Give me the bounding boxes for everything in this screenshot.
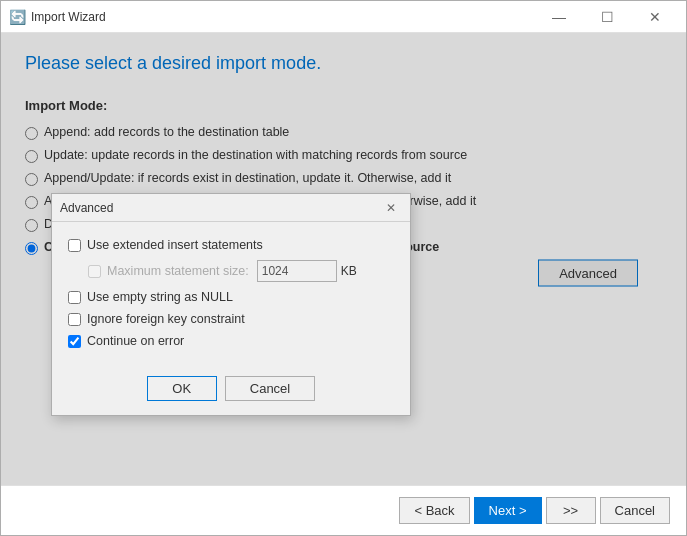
- modal-overlay: Advanced ✕ Use extended insert statement…: [1, 33, 686, 485]
- modal-option-extended-insert[interactable]: Use extended insert statements: [68, 238, 394, 252]
- modal-cancel-button[interactable]: Cancel: [225, 376, 315, 401]
- label-max-size: Maximum statement size:: [107, 264, 249, 278]
- minimize-button[interactable]: —: [536, 1, 582, 33]
- label-continue-error: Continue on error: [87, 334, 184, 348]
- checkbox-foreign-key[interactable]: [68, 313, 81, 326]
- modal-option-null-string[interactable]: Use empty string as NULL: [68, 290, 394, 304]
- modal-ok-button[interactable]: OK: [147, 376, 217, 401]
- modal-option-foreign-key[interactable]: Ignore foreign key constraint: [68, 312, 394, 326]
- modal-body: Use extended insert statements Maximum s…: [52, 222, 410, 368]
- back-button[interactable]: < Back: [399, 497, 469, 524]
- label-null-string: Use empty string as NULL: [87, 290, 233, 304]
- next-button[interactable]: Next >: [474, 497, 542, 524]
- modal-title-bar: Advanced ✕: [52, 194, 410, 222]
- kb-label: KB: [341, 264, 357, 278]
- main-window: 🔄 Import Wizard — ☐ ✕ Please select a de…: [0, 0, 687, 536]
- cancel-button[interactable]: Cancel: [600, 497, 670, 524]
- modal-option-max-size: Maximum statement size: KB: [88, 260, 394, 282]
- maximize-button[interactable]: ☐: [584, 1, 630, 33]
- content-area: Please select a desired import mode. Imp…: [1, 33, 686, 485]
- max-size-input[interactable]: [257, 260, 337, 282]
- window-icon: 🔄: [9, 9, 25, 25]
- title-bar-controls: — ☐ ✕: [536, 1, 678, 33]
- checkbox-extended-insert[interactable]: [68, 239, 81, 252]
- close-button[interactable]: ✕: [632, 1, 678, 33]
- skip-button[interactable]: >>: [546, 497, 596, 524]
- label-foreign-key: Ignore foreign key constraint: [87, 312, 245, 326]
- modal-close-button[interactable]: ✕: [380, 197, 402, 219]
- modal-option-continue-error[interactable]: Continue on error: [68, 334, 394, 348]
- checkbox-null-string[interactable]: [68, 291, 81, 304]
- advanced-modal: Advanced ✕ Use extended insert statement…: [51, 193, 411, 416]
- checkbox-max-size[interactable]: [88, 265, 101, 278]
- modal-title: Advanced: [60, 201, 380, 215]
- footer: < Back Next > >> Cancel: [1, 485, 686, 535]
- window-title: Import Wizard: [31, 10, 536, 24]
- label-extended-insert: Use extended insert statements: [87, 238, 263, 252]
- modal-footer: OK Cancel: [52, 368, 410, 415]
- title-bar: 🔄 Import Wizard — ☐ ✕: [1, 1, 686, 33]
- checkbox-continue-error[interactable]: [68, 335, 81, 348]
